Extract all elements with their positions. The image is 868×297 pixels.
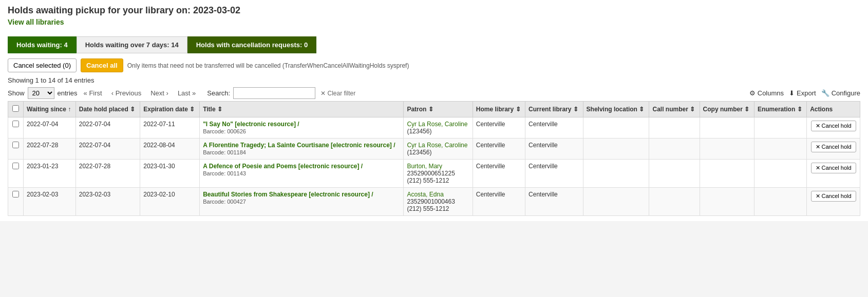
header-date-hold-placed[interactable]: Date hold placed ⇕ xyxy=(76,102,140,117)
row-checkbox-cell xyxy=(8,117,24,138)
title-link[interactable]: A Defence of Poesie and Poems [electroni… xyxy=(203,163,363,170)
show-label: Show xyxy=(8,89,25,97)
row-home-library: Centerville xyxy=(473,138,525,160)
row-actions: ✕ Cancel hold xyxy=(807,117,860,138)
row-waiting-since: 2022-07-04 xyxy=(24,117,76,138)
table-header-row: Waiting since ↑ Date hold placed ⇕ Expir… xyxy=(8,102,860,117)
row-current-library: Centerville xyxy=(525,160,583,188)
patron-link[interactable]: Cyr La Rose, Caroline xyxy=(407,121,467,128)
title-link[interactable]: Beautiful Stories from Shakespeare [elec… xyxy=(203,191,373,198)
row-home-library: Centerville xyxy=(473,188,525,216)
select-all-checkbox[interactable] xyxy=(12,105,19,112)
row-patron: Burton, Mary23529000651225(212) 555-1212 xyxy=(404,160,473,188)
row-waiting-since: 2022-07-28 xyxy=(24,138,76,160)
tab-holds-waiting[interactable]: Holds waiting: 4 xyxy=(8,36,77,53)
tab-holds-over7[interactable]: Holds waiting over 7 days: 14 xyxy=(77,36,187,53)
row-copy-number xyxy=(700,138,754,160)
row-call-number xyxy=(649,138,700,160)
header-checkbox-cell xyxy=(8,102,24,117)
row-checkbox-cell xyxy=(8,160,24,188)
row-patron: Acosta, Edna23529001000463(212) 555-1212 xyxy=(404,188,473,216)
row-home-library: Centerville xyxy=(473,117,525,138)
cancel-hold-button[interactable]: ✕ Cancel hold xyxy=(811,191,856,202)
row-waiting-since: 2023-02-03 xyxy=(24,188,76,216)
row-checkbox-cell xyxy=(8,138,24,160)
barcode-text: Barcode: 001184 xyxy=(203,149,246,155)
row-enumeration xyxy=(754,160,806,188)
row-copy-number xyxy=(700,160,754,188)
row-date-hold-placed: 2022-07-04 xyxy=(76,117,140,138)
page-title: Holds awaiting pickup for your library o… xyxy=(8,5,860,16)
patron-id: 23529000651225 xyxy=(407,170,455,177)
prev-page-button[interactable]: ‹ Previous xyxy=(108,88,145,98)
barcode-text: Barcode: 001143 xyxy=(203,170,246,176)
header-patron[interactable]: Patron ⇕ xyxy=(404,102,473,117)
header-actions: Actions xyxy=(807,102,860,117)
row-call-number xyxy=(649,160,700,188)
showing-entries-text: Showing 1 to 14 of 14 entries xyxy=(8,76,860,84)
title-link[interactable]: "I Say No" [electronic resource] / xyxy=(203,121,299,128)
row-title: A Florentine Tragedy; La Sainte Courtisa… xyxy=(200,138,404,160)
header-copy-number[interactable]: Copy number ⇕ xyxy=(700,102,754,117)
patron-link[interactable]: Burton, Mary xyxy=(407,163,442,170)
header-expiration-date[interactable]: Expiration date ⇕ xyxy=(140,102,200,117)
show-entries-select[interactable]: 10 20 50 100 xyxy=(28,87,54,99)
header-call-number[interactable]: Call number ⇕ xyxy=(649,102,700,117)
row-checkbox[interactable] xyxy=(12,142,19,148)
row-copy-number xyxy=(700,188,754,216)
export-icon: ⬇ xyxy=(789,89,795,97)
row-checkbox[interactable] xyxy=(12,191,19,197)
cancel-hold-button[interactable]: ✕ Cancel hold xyxy=(811,163,856,173)
next-page-button[interactable]: Next › xyxy=(147,88,172,98)
row-home-library: Centerville xyxy=(473,160,525,188)
row-actions: ✕ Cancel hold xyxy=(807,138,860,160)
row-enumeration xyxy=(754,138,806,160)
header-current-library[interactable]: Current library ⇕ xyxy=(525,102,583,117)
last-page-button[interactable]: Last » xyxy=(175,88,199,98)
gear-icon: ⚙ xyxy=(749,89,756,97)
barcode-text: Barcode: 000626 xyxy=(203,128,246,134)
patron-link[interactable]: Acosta, Edna xyxy=(407,191,443,198)
cancel-selected-button[interactable]: Cancel selected (0) xyxy=(8,58,77,72)
header-enumeration[interactable]: Enumeration ⇕ xyxy=(754,102,806,117)
patron-phone: (212) 555-1212 xyxy=(407,205,449,212)
search-input[interactable] xyxy=(233,87,315,99)
row-shelving-location xyxy=(583,160,649,188)
title-link[interactable]: A Florentine Tragedy; La Sainte Courtisa… xyxy=(203,142,395,149)
header-shelving-location[interactable]: Shelving location ⇕ xyxy=(583,102,649,117)
row-call-number xyxy=(649,188,700,216)
row-date-hold-placed: 2022-07-28 xyxy=(76,160,140,188)
row-call-number xyxy=(649,117,700,138)
row-expiration-date: 2022-07-11 xyxy=(140,117,200,138)
columns-button[interactable]: ⚙ Columns xyxy=(749,89,784,97)
row-date-hold-placed: 2023-02-03 xyxy=(76,188,140,216)
header-home-library[interactable]: Home library ⇕ xyxy=(473,102,525,117)
row-copy-number xyxy=(700,117,754,138)
row-expiration-date: 2023-01-30 xyxy=(140,160,200,188)
view-all-libraries-link[interactable]: View all libraries xyxy=(8,18,64,26)
row-title: Beautiful Stories from Shakespeare [elec… xyxy=(200,188,404,216)
barcode-text: Barcode: 000427 xyxy=(203,199,246,205)
row-shelving-location xyxy=(583,188,649,216)
table-row: 2022-07-042022-07-042022-07-11"I Say No"… xyxy=(8,117,860,138)
row-patron: Cyr La Rose, Caroline(123456) xyxy=(404,117,473,138)
tab-cancellation-requests[interactable]: Holds with cancellation requests: 0 xyxy=(187,36,316,53)
row-shelving-location xyxy=(583,138,649,160)
row-date-hold-placed: 2022-07-04 xyxy=(76,138,140,160)
row-checkbox[interactable] xyxy=(12,121,19,127)
configure-button[interactable]: 🔧 Configure xyxy=(821,89,860,97)
header-waiting-since[interactable]: Waiting since ↑ xyxy=(24,102,76,117)
wrench-icon: 🔧 xyxy=(821,89,829,97)
cancel-hold-button[interactable]: ✕ Cancel hold xyxy=(811,121,856,131)
cancel-hold-button[interactable]: ✕ Cancel hold xyxy=(811,142,856,152)
entries-label: entries xyxy=(58,89,78,97)
first-page-button[interactable]: « First xyxy=(81,88,105,98)
row-checkbox[interactable] xyxy=(12,163,19,169)
cancel-all-button[interactable]: Cancel all xyxy=(81,58,123,72)
export-button[interactable]: ⬇ Export xyxy=(789,89,816,97)
header-title[interactable]: Title ⇕ xyxy=(200,102,404,117)
clear-filter-button[interactable]: ✕ Clear filter xyxy=(320,90,355,97)
row-enumeration xyxy=(754,188,806,216)
search-label: Search: xyxy=(207,89,230,97)
patron-link[interactable]: Cyr La Rose, Caroline xyxy=(407,142,467,149)
